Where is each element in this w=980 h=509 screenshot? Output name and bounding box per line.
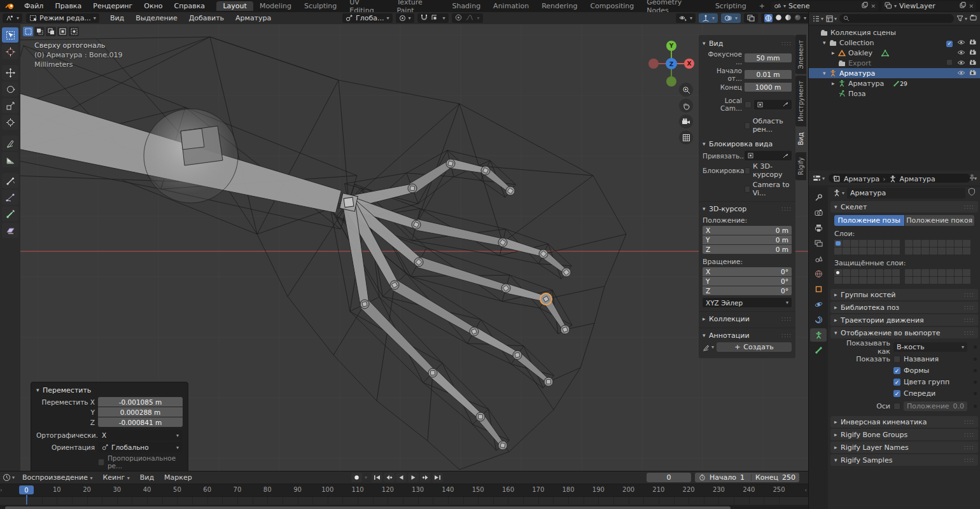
tool-extrude[interactable] — [2, 206, 18, 221]
menu-window[interactable]: Окно — [138, 2, 168, 10]
move-x-field[interactable]: -0.001085 m — [98, 397, 183, 407]
outliner-row[interactable]: ▾Арматура — [809, 68, 980, 78]
overlays-toggle[interactable]: ▾ — [721, 13, 741, 23]
outliner-row[interactable]: Export — [809, 58, 980, 68]
tool-shear[interactable] — [2, 223, 18, 238]
cursor-y-field[interactable]: Y0 m — [703, 235, 792, 244]
outliner-search-input[interactable] — [839, 14, 954, 23]
editor-type-button[interactable]: ▾ — [3, 13, 22, 23]
pose-position-button[interactable]: Положение позы — [834, 215, 904, 226]
camera-toggle[interactable] — [969, 69, 977, 78]
eye-toggle[interactable] — [957, 39, 965, 47]
layer-cell[interactable] — [843, 269, 850, 276]
tab-render[interactable] — [810, 206, 827, 220]
tab-tool[interactable] — [810, 191, 827, 204]
in-front-checkbox[interactable]: ✓ — [893, 390, 900, 397]
timeline-collapse-icon[interactable]: › — [0, 487, 3, 493]
play-reverse-button[interactable] — [396, 473, 407, 482]
layer-cell[interactable] — [851, 248, 858, 254]
outliner-row[interactable]: ▸Арматура29 — [809, 78, 980, 88]
layer-cell[interactable] — [946, 240, 954, 247]
layer-cell[interactable] — [876, 248, 883, 254]
unlink-scene-icon[interactable]: ✕ — [871, 3, 876, 10]
outliner-row[interactable]: Поза — [809, 88, 980, 99]
section-motion-paths[interactable]: ▸Траектории движения:::: — [830, 314, 978, 326]
layer-cell[interactable] — [834, 240, 842, 247]
layer-cell[interactable] — [876, 269, 883, 276]
layer-cell[interactable] — [843, 277, 850, 284]
outliner-row[interactable]: ▾Collection✓ — [809, 38, 980, 48]
layer-cell[interactable] — [938, 277, 946, 284]
eye-toggle[interactable] — [957, 69, 965, 78]
move-y-field[interactable]: 0.000288 m — [98, 407, 183, 417]
tool-measure[interactable] — [2, 152, 18, 167]
layer-cell[interactable] — [921, 240, 929, 247]
layer-cell[interactable] — [913, 240, 921, 247]
armature-icon[interactable]: ▾ — [833, 189, 844, 197]
mode-selector[interactable]: Режим реда... ▾ — [26, 13, 99, 23]
new-collection-button[interactable] — [970, 14, 977, 23]
layer-cell[interactable] — [851, 277, 858, 284]
layer-cell[interactable] — [892, 269, 900, 276]
datablock-name-field[interactable]: Арматура — [847, 188, 965, 199]
workspace-tab-rendering[interactable]: Rendering — [535, 1, 584, 11]
layer-cell[interactable] — [876, 240, 883, 247]
layer-cell[interactable] — [955, 269, 962, 276]
expand-icon[interactable]: ▸ — [832, 80, 838, 87]
timeline-menu-view[interactable]: Вид — [135, 473, 159, 482]
shading-solid-icon[interactable] — [775, 14, 782, 23]
section-viewport-display[interactable]: ▾Отображение во вьюпорте:::: — [830, 327, 978, 338]
tab-scene[interactable] — [810, 252, 827, 265]
layer-cell[interactable] — [930, 269, 937, 276]
viewport-menu-armature[interactable]: Арматура — [230, 14, 277, 22]
layer-cell[interactable] — [930, 248, 937, 254]
layer-cell[interactable] — [921, 277, 929, 284]
filter-icon[interactable]: ▾ — [956, 15, 967, 22]
cursor-rot-z-field[interactable]: Z0° — [703, 286, 792, 295]
tool-scale[interactable] — [2, 98, 18, 113]
armature-layers-grid[interactable] — [834, 240, 900, 254]
shading-material-icon[interactable] — [785, 14, 792, 23]
viewport-menu-add[interactable]: Добавить — [183, 14, 230, 22]
scene-selector[interactable]: ▾ Scene ✕ — [771, 1, 878, 11]
layer-cell[interactable] — [963, 277, 970, 284]
menu-file[interactable]: Файл — [18, 2, 49, 10]
layer-cell[interactable] — [946, 269, 954, 276]
blender-logo-icon[interactable] — [5, 3, 15, 10]
outliner-type-button[interactable]: ▾ — [812, 15, 823, 22]
select-mode-invert[interactable] — [57, 27, 67, 36]
protected-layers-grid[interactable] — [905, 269, 970, 284]
falloff-curve-icon[interactable] — [466, 14, 473, 23]
layer-cell[interactable] — [905, 248, 913, 254]
tool-rotate[interactable] — [2, 81, 18, 97]
timeline-tracks[interactable] — [0, 496, 808, 505]
camera-toggle[interactable] — [969, 59, 977, 67]
layer-cell[interactable] — [843, 248, 850, 254]
layer-cell[interactable] — [892, 277, 900, 284]
tab-tool[interactable]: Инструмент — [795, 76, 806, 127]
menu-edit[interactable]: Правка — [49, 2, 87, 10]
tool-bone-envelope[interactable] — [2, 190, 18, 205]
camera-view-button[interactable] — [679, 115, 693, 129]
layer-cell[interactable] — [913, 269, 921, 276]
layer-cell[interactable] — [955, 248, 962, 254]
sync-dropdown-icon[interactable]: ▾ — [365, 475, 367, 480]
layer-cell[interactable] — [938, 269, 946, 276]
workspace-tab-scripting[interactable]: Scripting — [709, 1, 753, 11]
layer-cell[interactable] — [921, 248, 929, 254]
orthographic-toggle-button[interactable] — [679, 130, 693, 144]
cursor-rot-x-field[interactable]: X0° — [703, 267, 792, 276]
jump-to-end-button[interactable] — [432, 473, 443, 482]
collections-section-header[interactable]: ▸Коллекции:::: — [703, 314, 792, 324]
timeline-ruler[interactable]: › ‹ 010203040506070809010011012013014015… — [0, 484, 808, 496]
layer-cell[interactable] — [884, 240, 892, 247]
tool-annotate[interactable] — [2, 136, 18, 151]
euler-order-dropdown[interactable]: XYZ Эйлер▾ — [703, 298, 792, 307]
layer-cell[interactable] — [892, 240, 900, 247]
animate-dot[interactable] — [974, 380, 977, 384]
layer-cell[interactable] — [892, 248, 900, 254]
tool-roll[interactable] — [2, 173, 18, 188]
layer-cell[interactable] — [859, 269, 867, 276]
render-region-checkbox[interactable] — [745, 122, 750, 129]
timeline-menu-keying[interactable]: Кеинг ▾ — [98, 473, 135, 482]
